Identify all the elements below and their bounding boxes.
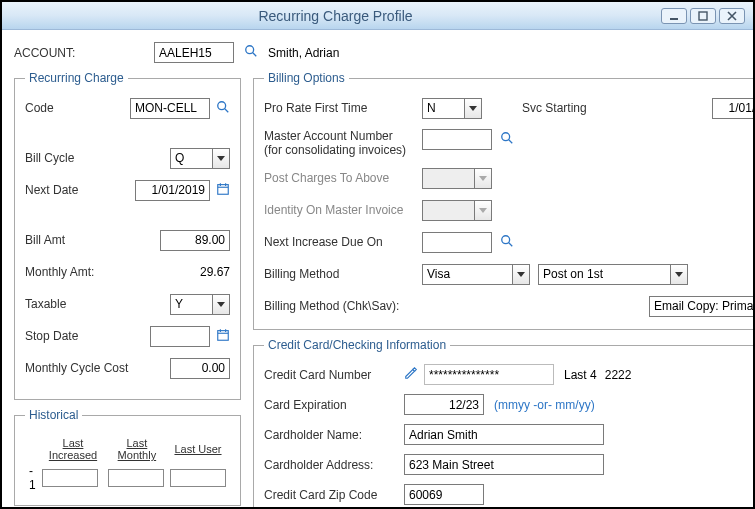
close-button[interactable]: [719, 8, 745, 24]
billing-method-chksav-select[interactable]: Email Copy: Primary: [649, 296, 755, 317]
svc-starting-label: Svc Starting: [522, 101, 680, 115]
stop-date-calendar-icon[interactable]: [216, 328, 230, 345]
chevron-down-icon: [474, 201, 491, 220]
chevron-down-icon: [512, 265, 529, 284]
chevron-down-icon: [212, 295, 229, 314]
svg-rect-10: [218, 330, 229, 340]
cc-exp-label: Card Expiration: [264, 398, 404, 412]
maximize-button[interactable]: [690, 8, 716, 24]
billing-method-label: Billing Method: [264, 267, 422, 281]
billing-method-select[interactable]: Visa: [422, 264, 530, 285]
bill-cycle-select[interactable]: Q: [170, 148, 230, 169]
next-date-input[interactable]: [135, 180, 210, 201]
next-date-calendar-icon[interactable]: [216, 182, 230, 199]
billing-options-legend: Billing Options: [264, 71, 349, 85]
svg-line-5: [225, 108, 229, 112]
code-input[interactable]: [130, 98, 210, 119]
taxable-select[interactable]: Y: [170, 294, 230, 315]
chevron-down-icon: [474, 169, 491, 188]
cc-addr-input[interactable]: [404, 454, 604, 475]
chevron-down-icon: [212, 149, 229, 168]
cc-edit-icon[interactable]: [404, 366, 418, 383]
next-increase-search-icon[interactable]: [500, 234, 514, 251]
bill-amt-input[interactable]: [160, 230, 230, 251]
billing-method-chksav-label: Billing Method (Chk\Sav):: [264, 299, 422, 313]
chevron-down-icon: [670, 265, 687, 284]
account-label: ACCOUNT:: [14, 46, 144, 60]
historical-row1-label: - 1: [29, 464, 38, 492]
cc-number-field: [424, 364, 554, 385]
cc-zip-input[interactable]: [404, 484, 484, 505]
monthly-amt-label: Monthly Amt:: [25, 265, 130, 279]
monthly-cost-input[interactable]: [170, 358, 230, 379]
cc-exp-input[interactable]: [404, 394, 484, 415]
master-account-search-icon[interactable]: [500, 131, 514, 148]
identity-select: [422, 200, 492, 221]
post-above-select: [422, 168, 492, 189]
historical-r1-c1[interactable]: [42, 469, 98, 487]
svg-line-21: [509, 242, 513, 246]
account-input[interactable]: [154, 42, 234, 63]
billing-method-time-select[interactable]: Post on 1st: [538, 264, 688, 285]
svg-line-19: [509, 140, 513, 144]
historical-r1-c3[interactable]: [170, 469, 226, 487]
historical-col3: Last User: [170, 437, 226, 461]
stop-date-input[interactable]: [150, 326, 210, 347]
historical-legend: Historical: [25, 408, 82, 422]
title-bar: Recurring Charge Profile: [2, 2, 753, 30]
prorate-select[interactable]: N: [422, 98, 482, 119]
next-increase-input[interactable]: [422, 232, 492, 253]
svg-point-4: [218, 101, 226, 109]
cc-exp-hint: (mmyy -or- mm/yy): [494, 398, 595, 412]
prorate-label: Pro Rate First Time: [264, 101, 422, 115]
svg-rect-6: [218, 184, 229, 194]
minimize-button[interactable]: [661, 8, 687, 24]
cc-number-label: Credit Card Number: [264, 368, 404, 382]
cc-addr-label: Cardholder Address:: [264, 458, 404, 472]
svg-rect-0: [670, 18, 678, 20]
post-above-label: Post Charges To Above: [264, 171, 422, 185]
account-search-icon[interactable]: [244, 44, 258, 61]
cc-holder-input[interactable]: [404, 424, 604, 445]
billing-options-group: Billing Options Pro Rate First Time N Sv…: [253, 71, 755, 330]
svg-line-3: [253, 53, 257, 57]
recurring-charge-group: Recurring Charge Code Bill Cycle: [14, 71, 241, 400]
window-title: Recurring Charge Profile: [10, 8, 661, 24]
historical-group: Historical Last Increased Last Monthly L…: [14, 408, 241, 506]
credit-card-group: Credit Card/Checking Information Credit …: [253, 338, 755, 509]
cc-last4-label: Last 4: [564, 368, 597, 382]
next-date-label: Next Date: [25, 183, 130, 197]
identity-label: Identity On Master Invoice: [264, 203, 422, 217]
svg-point-18: [502, 133, 510, 141]
svg-point-2: [246, 46, 254, 54]
svg-rect-1: [699, 12, 707, 20]
credit-card-legend: Credit Card/Checking Information: [264, 338, 450, 352]
code-label: Code: [25, 101, 130, 115]
monthly-amt-value: 29.67: [160, 265, 230, 279]
next-increase-label: Next Increase Due On: [264, 235, 422, 249]
historical-r1-c2[interactable]: [108, 469, 164, 487]
recurring-charge-legend: Recurring Charge: [25, 71, 128, 85]
chevron-down-icon: [464, 99, 481, 118]
bill-amt-label: Bill Amt: [25, 233, 130, 247]
taxable-label: Taxable: [25, 297, 130, 311]
stop-date-label: Stop Date: [25, 329, 130, 343]
bill-cycle-label: Bill Cycle: [25, 151, 130, 165]
code-search-icon[interactable]: [216, 100, 230, 117]
master-account-label: Master Account Number (for consolidating…: [264, 129, 422, 157]
historical-col2: Last Monthly: [108, 437, 166, 461]
svc-starting-input[interactable]: [712, 98, 755, 119]
account-name: Smith, Adrian: [268, 46, 339, 60]
cc-zip-label: Credit Card Zip Code: [264, 488, 404, 502]
svg-point-20: [502, 235, 510, 243]
monthly-cost-label: Monthly Cycle Cost: [25, 361, 155, 375]
master-account-input[interactable]: [422, 129, 492, 150]
cc-holder-label: Cardholder Name:: [264, 428, 404, 442]
historical-col1: Last Increased: [42, 437, 104, 461]
cc-last4-value: 2222: [605, 368, 632, 382]
